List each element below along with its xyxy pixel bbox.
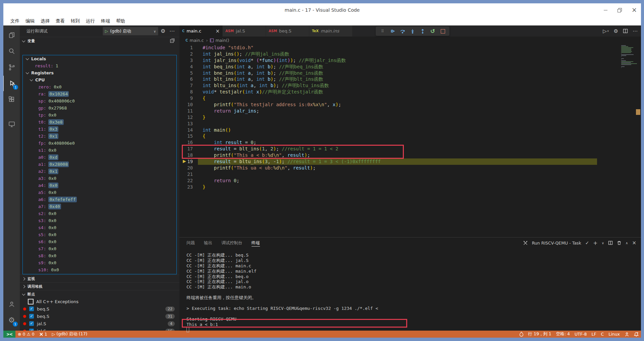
menu-item[interactable]: 终端 bbox=[98, 16, 113, 25]
variable-row[interactable]: s1:0x0 bbox=[23, 147, 176, 154]
code-line[interactable]: 11 return jalr_ins; bbox=[179, 108, 641, 114]
variable-row[interactable]: s9:0x0 bbox=[23, 259, 176, 266]
editor-more-icon[interactable]: ⋯ bbox=[633, 28, 638, 34]
exceptions-checkbox[interactable] bbox=[28, 299, 34, 304]
exceptions-row[interactable]: All C++ Exceptions bbox=[20, 298, 179, 305]
os-status[interactable]: Linux bbox=[606, 331, 622, 338]
variable-row[interactable]: s10:0x0 bbox=[23, 266, 176, 273]
code-line[interactable]: 14int main() bbox=[179, 127, 641, 133]
code-line[interactable]: 10 printf("This testjalr address is:0x%x… bbox=[179, 101, 641, 108]
step-out-icon[interactable] bbox=[419, 27, 427, 35]
variable-row[interactable]: a0:0xd bbox=[23, 154, 176, 161]
variable-row[interactable]: a3:0x0 bbox=[23, 175, 176, 182]
close-panel-icon[interactable]: × bbox=[632, 240, 636, 246]
search-icon[interactable] bbox=[3, 44, 20, 59]
code-line[interactable]: 8void* testjalr(int x)//声明并定义testjalr函数 bbox=[179, 89, 641, 95]
code-line[interactable]: 15{ bbox=[179, 133, 641, 139]
variable-row[interactable]: s7:0x0 bbox=[23, 245, 176, 252]
menu-item[interactable]: 选择 bbox=[38, 16, 53, 25]
menu-item[interactable]: 运行 bbox=[83, 16, 98, 25]
tree-section-row[interactable]: CPU bbox=[23, 76, 176, 83]
panel-tab-输出[interactable]: 输出 bbox=[204, 237, 212, 248]
run-file-icon[interactable]: ▷∨ bbox=[603, 28, 609, 34]
explorer-icon[interactable] bbox=[3, 27, 20, 43]
account-icon[interactable] bbox=[3, 296, 20, 312]
eol-status[interactable]: LF bbox=[589, 331, 598, 338]
variable-row[interactable]: fp:0x408006e0 bbox=[23, 140, 176, 147]
terminal-task-label[interactable]: Run RISCV-QEMU - Task bbox=[532, 241, 581, 246]
code-line[interactable]: 7int bltu_ins(int a, int b); //声明bltu_in… bbox=[179, 82, 641, 89]
variable-row[interactable]: s11:0x0 bbox=[23, 273, 176, 274]
start-debug-icon[interactable]: ▷ bbox=[105, 29, 108, 33]
maximize-panel-icon[interactable]: ∧ bbox=[626, 241, 628, 245]
indentation-status[interactable]: 空格: 4 bbox=[554, 331, 572, 338]
variables-tree[interactable]: Localsresult:1RegistersCPUzero:0x0ra:0x1… bbox=[22, 55, 177, 274]
restart-icon[interactable]: ↺ bbox=[429, 27, 437, 35]
step-over-icon[interactable] bbox=[398, 27, 407, 35]
menu-item[interactable]: 查看 bbox=[53, 16, 68, 25]
terminal-dropdown-icon[interactable]: ∨ bbox=[602, 241, 604, 245]
variable-row[interactable]: s5:0x0 bbox=[23, 231, 176, 238]
variable-row[interactable]: a6:0xfefefeff bbox=[23, 196, 176, 203]
new-terminal-icon[interactable]: + bbox=[593, 240, 597, 246]
code-line[interactable]: 2int jal_ins(); //声明jal_ins函数 bbox=[179, 51, 641, 57]
minimize-icon[interactable] bbox=[603, 8, 608, 12]
feedback-icon[interactable] bbox=[622, 331, 632, 338]
menu-item[interactable]: 转到 bbox=[68, 16, 83, 25]
breadcrumb-file[interactable]: main.c bbox=[190, 38, 204, 43]
variable-row[interactable]: tp:0x0 bbox=[23, 112, 176, 119]
code-line[interactable]: 3int jalr_ins(void* (*func)(int)); //声明j… bbox=[179, 57, 641, 64]
close-icon[interactable]: × bbox=[632, 8, 636, 12]
variables-section-header[interactable]: 变量 bbox=[20, 37, 179, 45]
restore-icon[interactable] bbox=[618, 8, 622, 12]
breakpoint-checkbox[interactable]: ✓ bbox=[29, 321, 34, 326]
code-line[interactable]: 20 printf("This ua < ub:%d\n", result); bbox=[179, 165, 641, 171]
extensions-icon[interactable] bbox=[3, 92, 20, 107]
tasks-status[interactable]: 1 bbox=[37, 331, 50, 338]
editor-tab-main.ins[interactable]: TeXmain.ins bbox=[309, 25, 352, 37]
debug-session-status[interactable]: ▷ (gdb) 启动 (17) bbox=[50, 331, 90, 338]
variable-row[interactable]: a7:0x40 bbox=[23, 203, 176, 210]
debug-settings-gear-icon[interactable]: ⚙ bbox=[161, 28, 165, 34]
settings-gear-icon[interactable]: ⚙ 1 bbox=[3, 313, 20, 328]
editor-gear-icon[interactable]: ⚙ bbox=[614, 28, 618, 34]
source-control-icon[interactable] bbox=[3, 60, 20, 75]
variable-row[interactable]: s3:0x0 bbox=[23, 217, 176, 224]
code-line[interactable]: 1#include "stdio.h" bbox=[179, 45, 641, 51]
notifications-bell-icon[interactable] bbox=[632, 331, 641, 338]
variable-row[interactable]: a4:0x0 bbox=[23, 182, 176, 189]
breadcrumb-symbol[interactable]: main() bbox=[215, 38, 229, 43]
editor-tab-jal.S[interactable]: ASMjal.S bbox=[223, 25, 266, 37]
launch-config-dropdown[interactable]: ▷ (gdb) 启动 ∨ bbox=[103, 27, 158, 36]
variable-row[interactable]: t1:0x3 bbox=[23, 126, 176, 133]
variable-row[interactable]: a2:0x1 bbox=[23, 168, 176, 175]
split-editor-icon[interactable] bbox=[623, 28, 628, 33]
code-line[interactable]: 19 result = bltu_ins(3, -1); //result = … bbox=[179, 158, 641, 165]
panel-tab-问题[interactable]: 问题 bbox=[186, 237, 195, 248]
variable-row[interactable]: a5:0x0 bbox=[23, 189, 176, 196]
variable-row[interactable]: s4:0x0 bbox=[23, 224, 176, 231]
sidebar-more-icon[interactable]: ⋯ bbox=[169, 28, 175, 34]
code-line[interactable]: 9{ bbox=[179, 95, 641, 101]
flame-icon[interactable] bbox=[517, 331, 526, 338]
run-debug-icon[interactable]: 1 bbox=[3, 76, 20, 91]
cursor-position[interactable]: 行 19，列 1 bbox=[526, 331, 554, 338]
callstack-section-header[interactable]: 调用堆栈 bbox=[20, 282, 179, 290]
variable-row[interactable]: gp:0x27968 bbox=[23, 105, 176, 112]
panel-tab-调试控制台[interactable]: 调试控制台 bbox=[221, 237, 243, 248]
breakpoint-row[interactable]: ✓jal.S16 bbox=[20, 327, 179, 331]
breakpoint-checkbox[interactable]: ✓ bbox=[29, 329, 34, 331]
terminal-output[interactable]: CC -[M] 正在构建... beq.SCC -[M] 正在构建... jal… bbox=[186, 253, 634, 327]
code-line[interactable]: 21 bbox=[179, 171, 641, 178]
stop-icon[interactable] bbox=[439, 27, 447, 35]
code-line[interactable]: 13 bbox=[179, 121, 641, 127]
tree-section-row[interactable]: Locals bbox=[23, 55, 176, 62]
breakpoints-section-header[interactable]: 断点 bbox=[20, 290, 179, 298]
continue-icon[interactable] bbox=[388, 27, 396, 35]
variable-row[interactable]: s6:0x0 bbox=[23, 238, 176, 245]
minimap[interactable] bbox=[621, 45, 639, 68]
menu-item[interactable]: 编辑 bbox=[22, 16, 38, 25]
language-mode[interactable]: C bbox=[599, 331, 606, 338]
breakpoint-row[interactable]: ✓beq.S22 bbox=[20, 305, 179, 313]
variable-row[interactable]: t2:0x1 bbox=[23, 133, 176, 140]
